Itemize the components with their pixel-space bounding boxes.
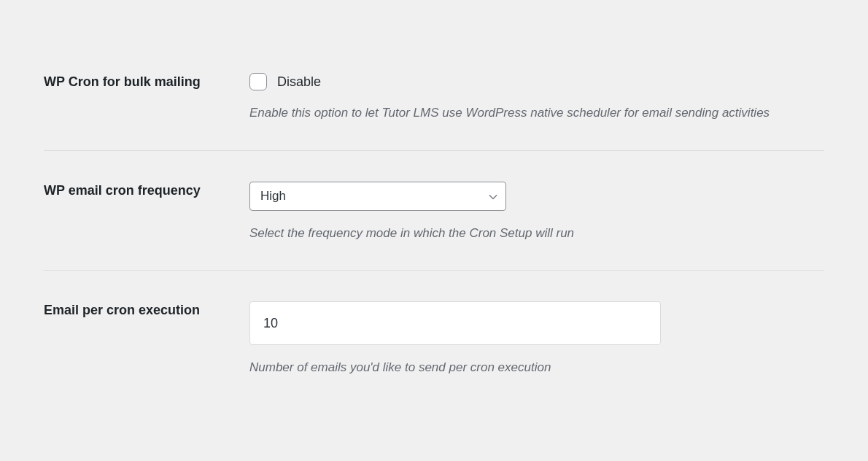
- setting-label-email-per-cron-execution: Email per cron execution: [44, 301, 249, 377]
- help-text-email-per-cron-execution: Number of emails you'd like to send per …: [249, 358, 824, 377]
- checkbox-wrapper-disable: Disable: [249, 73, 824, 90]
- help-text-wp-email-cron-frequency: Select the frequency mode in which the C…: [249, 224, 824, 243]
- setting-label-wp-cron-bulk-mailing: WP Cron for bulk mailing: [44, 73, 249, 123]
- email-per-cron-input[interactable]: [249, 301, 661, 345]
- setting-row-email-per-cron-execution: Email per cron execution Number of email…: [44, 301, 824, 405]
- setting-control-email-per-cron-execution: Number of emails you'd like to send per …: [249, 301, 824, 377]
- disable-checkbox-label[interactable]: Disable: [277, 74, 321, 90]
- setting-control-wp-cron-bulk-mailing: Disable Enable this option to let Tutor …: [249, 73, 824, 123]
- frequency-select[interactable]: High: [249, 182, 506, 211]
- settings-container: WP Cron for bulk mailing Disable Enable …: [0, 0, 868, 434]
- setting-label-wp-email-cron-frequency: WP email cron frequency: [44, 182, 249, 243]
- setting-row-wp-cron-bulk-mailing: WP Cron for bulk mailing Disable Enable …: [44, 73, 824, 151]
- disable-checkbox[interactable]: [249, 73, 267, 90]
- help-text-wp-cron-bulk-mailing: Enable this option to let Tutor LMS use …: [249, 104, 824, 123]
- select-wrapper-frequency: High: [249, 182, 506, 211]
- setting-row-wp-email-cron-frequency: WP email cron frequency High Select the …: [44, 182, 824, 271]
- setting-control-wp-email-cron-frequency: High Select the frequency mode in which …: [249, 182, 824, 243]
